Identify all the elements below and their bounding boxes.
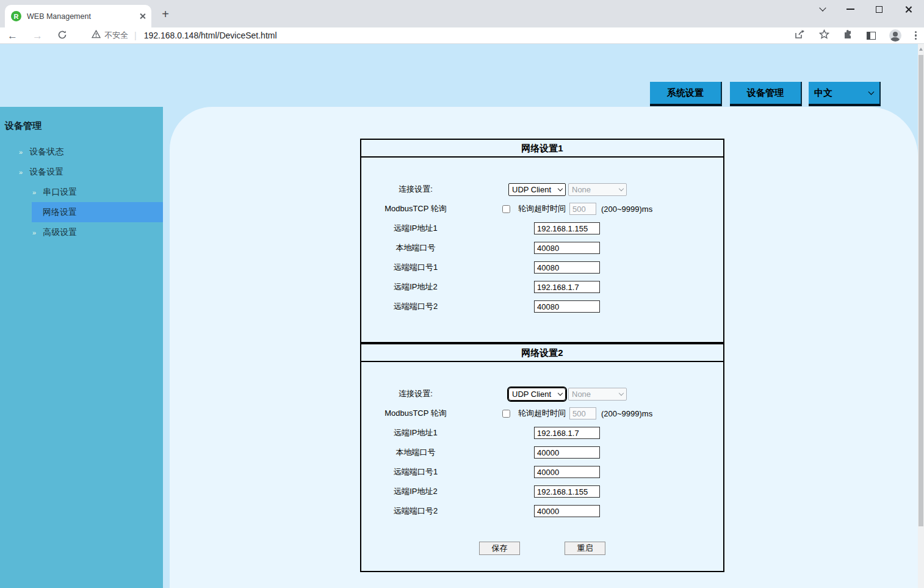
remote-ip1-input[interactable] <box>534 427 600 439</box>
timeout-hint: (200~9999)ms <box>601 409 652 418</box>
sidebar: 设备管理 » 设备状态 » 设备设置 » 串口设置 网络设置 » 高级设置 <box>0 107 163 588</box>
field-row: 本地端口号 <box>361 238 723 258</box>
remote-port1-input[interactable] <box>534 261 600 274</box>
profile-avatar[interactable] <box>889 29 901 42</box>
network-settings-form: 网络设置1 连接设置: UDP Client None ModbusTCP 轮询 <box>360 139 724 572</box>
connection-mode-select[interactable]: UDP Client <box>508 183 566 196</box>
device-management-button[interactable]: 设备管理 <box>730 82 802 106</box>
field-label: 连接设置: <box>361 184 470 195</box>
field-row: 远端端口号2 <box>361 501 723 521</box>
field-row: 远端IP地址2 <box>361 277 723 297</box>
select-value: None <box>572 185 591 194</box>
window-controls <box>808 0 924 18</box>
back-icon[interactable]: ← <box>7 31 18 41</box>
share-icon[interactable] <box>795 29 806 42</box>
arrow-icon: » <box>32 229 36 236</box>
field-label: 远端端口号2 <box>361 506 470 517</box>
restart-button[interactable]: 重启 <box>565 542 605 555</box>
side-panel-icon[interactable] <box>867 32 876 40</box>
local-port-input[interactable] <box>534 242 600 254</box>
browser-tab[interactable]: R WEB Management <box>5 5 151 27</box>
timeout-hint: (200~9999)ms <box>601 205 652 214</box>
scroll-up-icon[interactable] <box>919 48 923 51</box>
scrollbar-thumb[interactable] <box>919 55 923 526</box>
field-label: 本地端口号 <box>361 447 470 458</box>
language-select[interactable]: 中文 <box>809 82 881 106</box>
minimize-icon[interactable] <box>846 9 854 10</box>
modbus-checkbox[interactable] <box>502 410 510 418</box>
field-row: 本地端口号 <box>361 443 723 462</box>
connection-sub-select: None <box>568 388 627 401</box>
modbus-row: ModbusTCP 轮询 轮询超时时间 (200~9999)ms <box>361 199 723 219</box>
window-chevron-icon[interactable] <box>819 4 826 11</box>
chevron-down-icon <box>619 186 624 191</box>
field-label: 远端IP地址1 <box>361 223 470 234</box>
save-button[interactable]: 保存 <box>479 542 520 555</box>
remote-ip2-input[interactable] <box>534 281 600 293</box>
arrow-icon: » <box>19 169 23 176</box>
security-chip[interactable]: 不安全 | 192.168.0.148/html/DeviceSet.html <box>92 30 277 41</box>
timeout-label: 轮询超时时间 <box>518 203 566 214</box>
remote-port2-input[interactable] <box>534 505 600 517</box>
chevron-down-icon <box>868 89 875 95</box>
web-page: 系统设置 设备管理 中文 设备管理 » 设备状态 » 设备设置 » 串口设置 网… <box>0 44 924 588</box>
remote-ip1-input[interactable] <box>534 222 600 234</box>
sidebar-title: 设备管理 <box>5 120 42 132</box>
url-text[interactable]: 192.168.0.148/html/DeviceSet.html <box>144 31 277 40</box>
sidebar-item-device-settings[interactable]: » 设备设置 <box>0 162 163 182</box>
reload-icon[interactable] <box>57 30 67 42</box>
chevron-down-icon <box>619 391 624 396</box>
field-row: 远端端口号1 <box>361 462 723 482</box>
connection-row: 连接设置: UDP Client None <box>361 384 723 404</box>
sidebar-item-device-status[interactable]: » 设备状态 <box>0 142 163 162</box>
bookmark-star-icon[interactable] <box>819 29 829 42</box>
connection-mode-select[interactable]: UDP Client <box>508 388 566 401</box>
field-row: 远端IP地址1 <box>361 423 723 443</box>
remote-ip2-input[interactable] <box>534 485 600 498</box>
connection-row: 连接设置: UDP Client None <box>361 180 723 199</box>
forward-icon: → <box>32 31 43 41</box>
security-label: 不安全 <box>104 30 128 41</box>
timeout-input <box>569 407 596 419</box>
remote-port2-input[interactable] <box>534 300 600 313</box>
action-buttons: 保存 重启 <box>361 542 723 555</box>
field-label: 远端IP地址2 <box>361 486 470 497</box>
field-label: 远端端口号1 <box>361 262 470 273</box>
new-tab-button[interactable]: + <box>157 6 173 22</box>
favicon: R <box>11 11 21 21</box>
field-row: 远端端口号2 <box>361 297 723 316</box>
chevron-down-icon <box>558 391 563 396</box>
address-bar: ← → 不安全 | 192.168.0.148/html/DeviceSet.h… <box>0 27 924 44</box>
local-port-input[interactable] <box>534 446 600 459</box>
sidebar-item-advanced-settings[interactable]: » 高级设置 <box>0 222 163 242</box>
sidebar-item-label: 设备状态 <box>29 147 63 158</box>
remote-port1-input[interactable] <box>534 466 600 478</box>
section-title: 网络设置1 <box>360 139 724 158</box>
timeout-input <box>569 203 596 215</box>
arrow-icon: » <box>32 189 36 196</box>
field-row: 远端端口号1 <box>361 258 723 277</box>
select-value: UDP Client <box>512 390 551 399</box>
field-label: 远端端口号1 <box>361 466 470 477</box>
page-scrollbar[interactable] <box>918 44 924 588</box>
chevron-down-icon <box>558 186 563 191</box>
sidebar-item-label: 设备设置 <box>29 167 63 178</box>
sidebar-item-label: 串口设置 <box>43 187 77 198</box>
maximize-icon[interactable] <box>876 6 882 13</box>
field-row: 远端IP地址2 <box>361 482 723 501</box>
sidebar-item-serial-settings[interactable]: » 串口设置 <box>0 182 163 202</box>
modbus-checkbox[interactable] <box>502 205 510 213</box>
select-value: UDP Client <box>512 185 551 194</box>
modbus-row: ModbusTCP 轮询 轮询超时时间 (200~9999)ms <box>361 404 723 423</box>
sidebar-item-label: 高级设置 <box>43 227 77 238</box>
connection-sub-select: None <box>568 183 627 196</box>
field-label: 远端IP地址1 <box>361 427 470 438</box>
close-icon[interactable] <box>904 5 912 13</box>
tab-close-icon[interactable] <box>139 13 145 20</box>
sidebar-item-network-settings[interactable]: 网络设置 <box>32 202 163 222</box>
extensions-icon[interactable] <box>843 29 853 42</box>
menu-dots-icon[interactable] <box>915 31 917 40</box>
select-value: None <box>572 390 591 399</box>
system-settings-button[interactable]: 系统设置 <box>650 82 722 106</box>
sidebar-item-label: 网络设置 <box>43 207 77 218</box>
